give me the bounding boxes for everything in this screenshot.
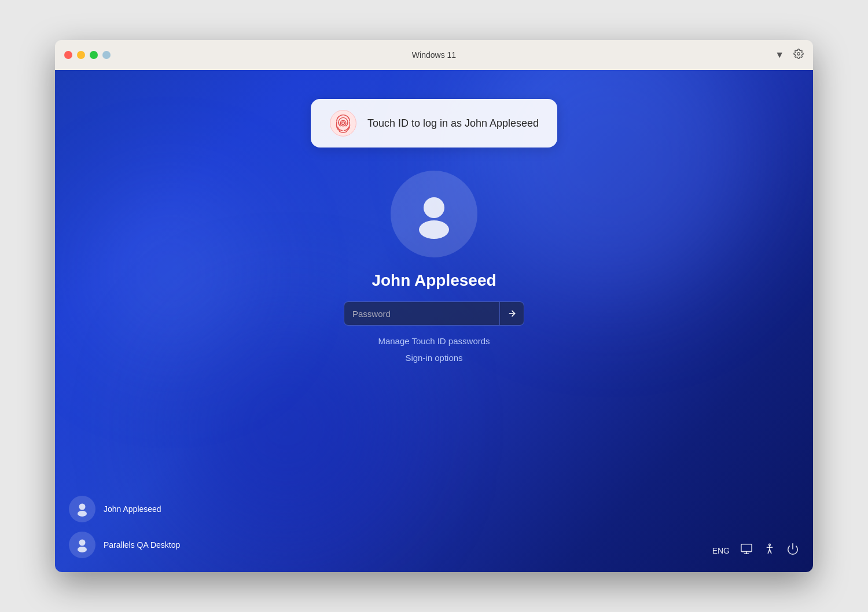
system-icons: ENG	[712, 543, 799, 558]
user-avatar-container	[391, 171, 477, 257]
user-list-avatar-parallels	[69, 532, 95, 558]
svg-point-13	[769, 544, 771, 545]
accessibility-icon[interactable]	[763, 543, 776, 558]
power-icon[interactable]	[786, 543, 799, 558]
touch-id-text: Touch ID to log in as John Appleseed	[367, 117, 539, 130]
close-button[interactable]	[64, 51, 72, 59]
window-title: Windows 11	[412, 50, 456, 60]
touch-id-banner: Touch ID to log in as John Appleseed	[311, 99, 557, 148]
svg-point-9	[78, 547, 87, 552]
list-item[interactable]: Parallels QA Desktop	[69, 532, 180, 558]
traffic-lights	[64, 51, 111, 59]
user-list-name-john: John Appleseed	[104, 504, 161, 514]
user-list-avatar-john	[69, 496, 95, 522]
user-list-name-parallels: Parallels QA Desktop	[104, 540, 180, 550]
user-avatar	[391, 171, 477, 257]
list-item[interactable]: John Appleseed	[69, 496, 180, 522]
svg-point-8	[79, 540, 86, 546]
gear-icon[interactable]	[793, 49, 804, 61]
window-content: Touch ID to log in as John Appleseed Joh…	[55, 70, 813, 572]
mac-window: Windows 11 ▼	[55, 40, 813, 572]
sign-in-options-link[interactable]: Sign-in options	[405, 353, 462, 363]
maximize-button[interactable]	[90, 51, 98, 59]
arrow-right-icon	[507, 309, 517, 318]
user-list: John Appleseed Parallels QA Desktop	[69, 496, 180, 558]
user-icon-john	[74, 501, 90, 517]
fingerprint-icon	[329, 109, 357, 137]
svg-rect-10	[741, 544, 752, 552]
unknown-button[interactable]	[102, 51, 111, 59]
password-input[interactable]	[344, 301, 500, 326]
svg-point-7	[78, 511, 87, 517]
dropdown-arrow-icon[interactable]: ▼	[775, 50, 784, 60]
user-icon-parallels	[74, 537, 90, 553]
bg-orb-3	[84, 186, 258, 359]
svg-point-0	[797, 53, 800, 56]
svg-point-3	[424, 197, 444, 218]
bottom-bar: John Appleseed Parallels QA Desktop ENG	[55, 496, 813, 572]
password-row	[344, 301, 524, 326]
svg-point-4	[419, 220, 449, 239]
title-bar-controls: ▼	[775, 49, 804, 61]
password-submit-button[interactable]	[500, 301, 524, 326]
minimize-button[interactable]	[77, 51, 85, 59]
svg-point-6	[79, 504, 86, 510]
user-name: John Appleseed	[372, 271, 496, 290]
title-bar: Windows 11 ▼	[55, 40, 813, 70]
user-avatar-icon	[408, 188, 460, 240]
manage-touch-id-link[interactable]: Manage Touch ID passwords	[378, 336, 490, 346]
svg-line-17	[770, 550, 771, 553]
language-label[interactable]: ENG	[712, 546, 730, 555]
monitor-icon[interactable]	[740, 543, 753, 558]
